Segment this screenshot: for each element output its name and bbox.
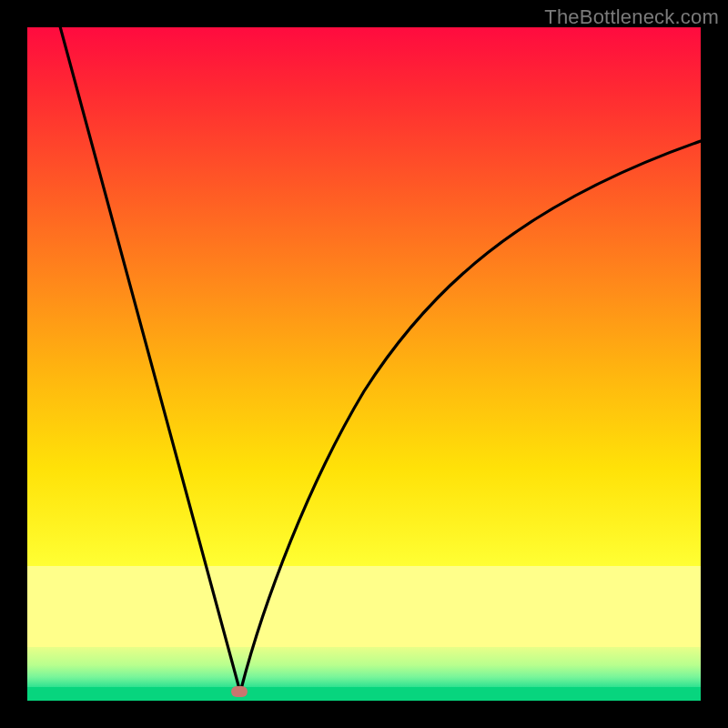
bottleneck-curve-svg (27, 27, 701, 701)
watermark-text: TheBottleneck.com (544, 5, 719, 29)
bottleneck-curve-path (46, 27, 701, 691)
plot-area (27, 27, 701, 701)
optimal-point-marker (231, 686, 248, 697)
chart-frame: TheBottleneck.com (0, 0, 728, 728)
